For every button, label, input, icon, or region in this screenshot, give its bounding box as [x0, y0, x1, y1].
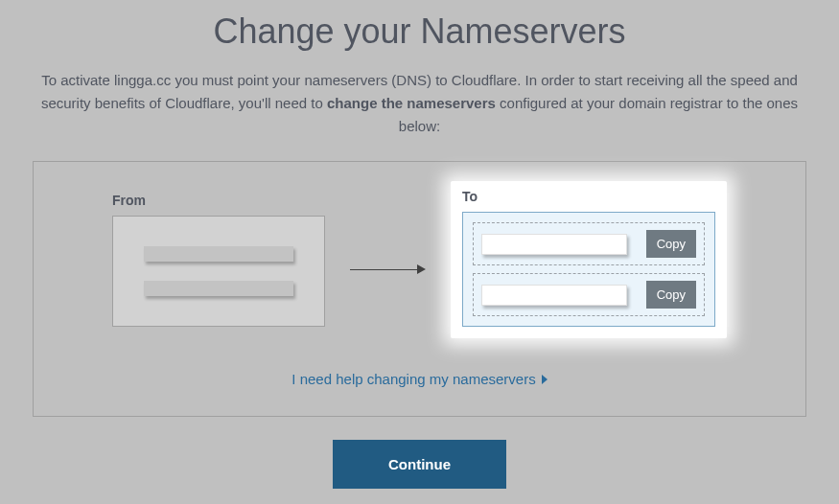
nameserver-field-2[interactable]: [481, 285, 627, 306]
copy-button-2[interactable]: Copy: [646, 281, 696, 309]
from-box: [112, 216, 325, 327]
help-link-text: I need help changing my nameservers: [291, 371, 535, 387]
page-title: Change your Nameservers: [0, 0, 839, 69]
from-nameserver-placeholder-2: [144, 281, 293, 296]
nameserver-row-2: Copy: [473, 273, 705, 316]
copy-button-1[interactable]: Copy: [646, 230, 696, 258]
continue-wrap: Continue: [0, 440, 839, 489]
from-column: From: [112, 193, 325, 327]
to-label: To: [462, 189, 715, 204]
from-label: From: [112, 193, 325, 208]
nameserver-grid: From To Copy Copy: [93, 181, 746, 338]
arrow-icon: [350, 245, 426, 274]
nameserver-panel: From To Copy Copy: [33, 161, 806, 417]
nameserver-row-1: Copy: [473, 222, 705, 265]
caret-right-icon: [542, 375, 548, 384]
intro-text: To activate lingga.cc you must point you…: [41, 69, 799, 138]
from-nameserver-placeholder-1: [144, 246, 293, 262]
continue-button[interactable]: Continue: [333, 440, 506, 489]
help-link[interactable]: I need help changing my nameservers: [93, 371, 746, 387]
to-box: Copy Copy: [462, 212, 715, 327]
intro-bold: change the nameservers: [327, 95, 496, 111]
nameserver-field-1[interactable]: [481, 234, 627, 255]
to-column: To Copy Copy: [451, 181, 727, 338]
